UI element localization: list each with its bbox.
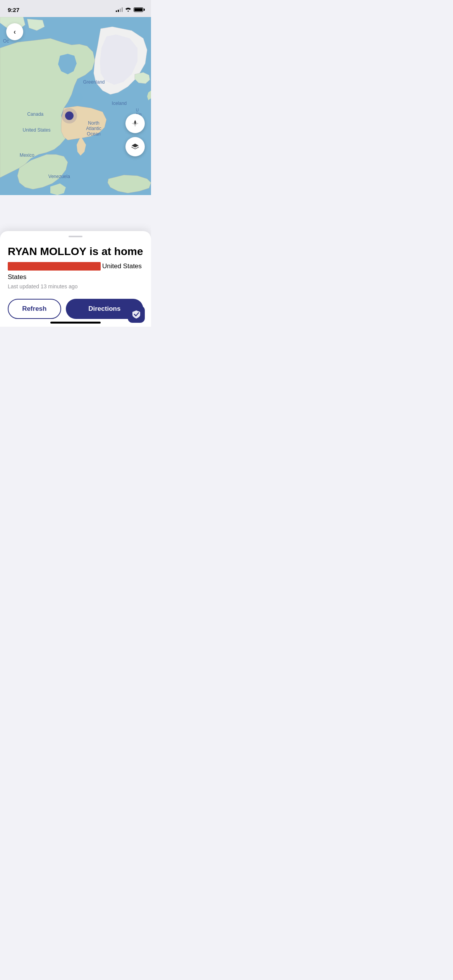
address-redacted: [8, 262, 101, 271]
back-arrow-icon: ‹: [14, 28, 16, 36]
drag-handle[interactable]: [69, 236, 82, 237]
address-state: States: [8, 272, 143, 282]
compass-button[interactable]: [125, 114, 145, 133]
wifi-icon: [125, 7, 131, 13]
signal-icon: [116, 7, 123, 12]
map-view[interactable]: Oc Greenland Iceland Canada United State…: [0, 17, 151, 195]
layers-icon: [131, 142, 139, 151]
last-updated-text: Last updated 13 minutes ago: [8, 283, 143, 290]
status-icons: [116, 7, 143, 13]
layers-button[interactable]: [125, 137, 145, 156]
address-country: United States: [102, 262, 142, 271]
address-state-text: States: [8, 272, 26, 282]
person-status-heading: RYAN MOLLOY is at home: [8, 245, 143, 258]
battery-icon: [134, 7, 143, 12]
compass-icon: [131, 119, 139, 128]
action-buttons-row: Refresh Directions: [8, 299, 143, 319]
svg-point-1: [134, 123, 136, 124]
home-indicator: [50, 322, 101, 324]
address-line: United States: [8, 262, 143, 271]
person-name: RYAN MOLLOY: [8, 245, 86, 257]
status-text: is at home: [89, 245, 143, 257]
refresh-button[interactable]: Refresh: [8, 299, 61, 319]
app-logo-icon: [131, 310, 142, 319]
status-time: 9:27: [8, 7, 19, 13]
status-bar: 9:27: [0, 0, 151, 17]
app-icon[interactable]: [128, 306, 145, 323]
back-button[interactable]: ‹: [6, 23, 23, 40]
location-marker: [65, 111, 74, 120]
